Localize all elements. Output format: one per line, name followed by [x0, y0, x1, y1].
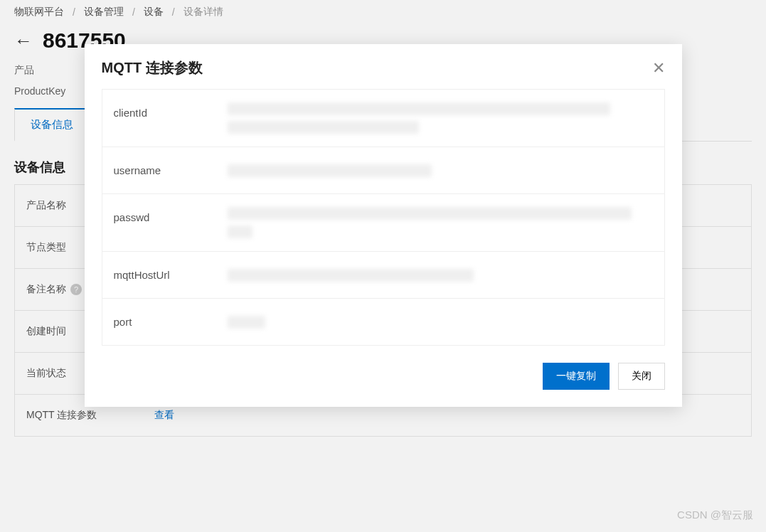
param-value-passwd	[216, 194, 664, 251]
param-value-mqtthosturl	[216, 252, 664, 298]
close-button[interactable]: 关闭	[618, 363, 665, 390]
watermark: CSDN @智云服	[677, 509, 753, 522]
param-row-port: port	[102, 299, 664, 346]
param-value-port	[216, 299, 664, 345]
param-row-username: username	[102, 147, 664, 194]
param-row-passwd: passwd	[102, 194, 664, 252]
param-value-clientid	[216, 90, 664, 147]
param-row-clientid: clientId	[102, 90, 664, 147]
param-label-username: username	[102, 147, 216, 193]
param-row-mqtthosturl: mqttHostUrl	[102, 252, 664, 299]
close-icon[interactable]: ✕	[652, 60, 665, 76]
mqtt-param-table: clientId username passwd	[102, 89, 665, 346]
param-label-port: port	[102, 299, 216, 345]
param-label-clientid: clientId	[102, 90, 216, 147]
modal-header: MQTT 连接参数 ✕	[85, 44, 682, 89]
modal-title: MQTT 连接参数	[102, 58, 203, 78]
modal-overlay: MQTT 连接参数 ✕ clientId username	[0, 0, 766, 532]
mqtt-modal: MQTT 连接参数 ✕ clientId username	[85, 44, 682, 407]
param-value-username	[216, 147, 664, 193]
param-label-mqtthosturl: mqttHostUrl	[102, 252, 216, 298]
modal-body: clientId username passwd	[85, 89, 682, 346]
param-label-passwd: passwd	[102, 194, 216, 251]
copy-button[interactable]: 一键复制	[543, 363, 610, 390]
modal-footer: 一键复制 关闭	[85, 346, 682, 407]
